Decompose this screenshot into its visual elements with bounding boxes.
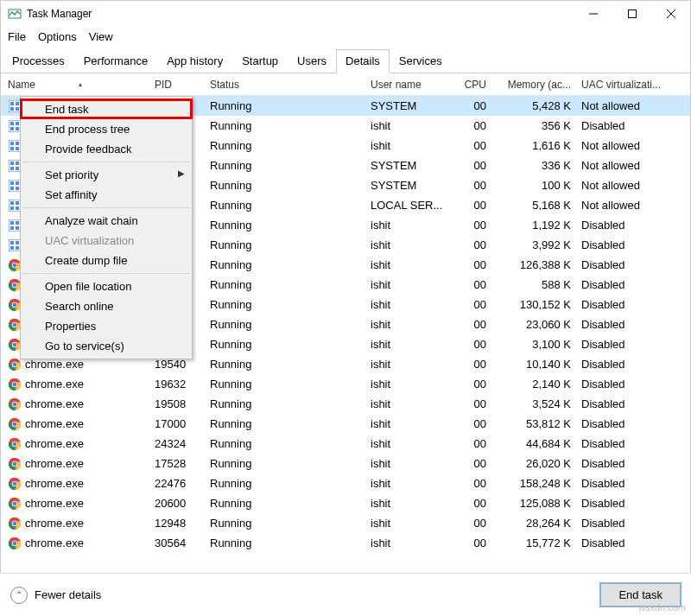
tab-processes[interactable]: Processes bbox=[3, 49, 74, 73]
svg-point-65 bbox=[13, 382, 17, 386]
minimize-button[interactable] bbox=[574, 1, 612, 27]
close-button[interactable] bbox=[651, 1, 690, 27]
header-memory[interactable]: Memory (ac... bbox=[491, 79, 576, 91]
tab-performance[interactable]: Performance bbox=[74, 49, 157, 73]
ctx-set-priority[interactable]: Set priority▶ bbox=[21, 165, 192, 185]
svg-point-62 bbox=[13, 362, 17, 366]
cell-uac: Disabled bbox=[576, 219, 671, 232]
cell-cpu: 00 bbox=[457, 99, 491, 112]
header-name[interactable]: Name▴ bbox=[3, 79, 149, 91]
cell-pid: 30564 bbox=[149, 537, 205, 549]
cell-pid: 20600 bbox=[149, 497, 205, 510]
cell-pid: 22476 bbox=[149, 477, 205, 490]
svg-rect-31 bbox=[10, 201, 14, 205]
chrome-icon bbox=[8, 537, 22, 550]
svg-point-53 bbox=[13, 302, 17, 307]
svg-rect-36 bbox=[10, 221, 14, 225]
ctx-properties[interactable]: Properties bbox=[21, 316, 192, 336]
cell-status: Running bbox=[205, 99, 365, 112]
cell-user: ishit bbox=[365, 238, 457, 251]
svg-point-74 bbox=[13, 441, 17, 446]
process-name: chrome.exe bbox=[25, 358, 84, 371]
sort-asc-icon: ▴ bbox=[79, 80, 82, 88]
tab-services[interactable]: Services bbox=[390, 49, 452, 73]
svg-rect-11 bbox=[10, 122, 14, 125]
cell-memory: 126,388 K bbox=[491, 258, 576, 271]
ctx-end-task[interactable]: End task bbox=[21, 99, 192, 119]
fewer-details-toggle[interactable]: ⌃ Fewer details bbox=[10, 587, 101, 604]
cell-user: ishit bbox=[365, 497, 457, 510]
cell-uac: Not allowed bbox=[576, 139, 671, 152]
watermark: wsxdn.com bbox=[638, 602, 686, 613]
cell-cpu: 00 bbox=[457, 537, 491, 549]
table-row[interactable]: chrome.exe20600Runningishit00125,088 KDi… bbox=[1, 493, 690, 513]
cell-cpu: 00 bbox=[457, 159, 491, 172]
svg-rect-38 bbox=[10, 226, 14, 230]
svg-point-68 bbox=[13, 402, 17, 406]
ctx-set-affinity[interactable]: Set affinity bbox=[21, 185, 192, 205]
svg-rect-17 bbox=[16, 142, 19, 145]
menu-options[interactable]: Options bbox=[38, 30, 77, 43]
header-status[interactable]: Status bbox=[205, 79, 365, 91]
ctx-end-process-tree[interactable]: End process tree bbox=[21, 119, 192, 139]
context-menu: End task End process tree Provide feedba… bbox=[20, 96, 193, 359]
svg-rect-6 bbox=[10, 102, 14, 105]
table-row[interactable]: chrome.exe17000Runningishit0053,812 KDis… bbox=[1, 414, 690, 434]
header-user-name[interactable]: User name bbox=[365, 79, 457, 91]
cell-cpu: 00 bbox=[457, 258, 491, 271]
svg-point-89 bbox=[13, 541, 17, 545]
cell-user: LOCAL SER... bbox=[365, 199, 457, 212]
ctx-create-dump-file[interactable]: Create dump file bbox=[21, 251, 192, 270]
header-uac[interactable]: UAC virtualizati... bbox=[576, 79, 671, 91]
tab-startup[interactable]: Startup bbox=[232, 49, 288, 73]
cell-memory: 3,524 K bbox=[491, 397, 576, 410]
svg-rect-2 bbox=[628, 10, 636, 18]
cell-pid: 19632 bbox=[149, 378, 205, 391]
maximize-button[interactable] bbox=[612, 1, 651, 27]
cell-cpu: 00 bbox=[457, 378, 491, 391]
process-list[interactable]: End task End process tree Provide feedba… bbox=[1, 96, 690, 553]
cell-user: SYSTEM bbox=[365, 99, 457, 112]
cell-uac: Disabled bbox=[576, 338, 671, 351]
cell-cpu: 00 bbox=[457, 318, 491, 331]
header-pid[interactable]: PID bbox=[149, 79, 205, 91]
svg-point-59 bbox=[13, 342, 17, 346]
tab-strip: Processes Performance App history Startu… bbox=[1, 48, 690, 73]
cell-pid: 19540 bbox=[149, 358, 205, 371]
table-row[interactable]: chrome.exe19632Runningishit002,140 KDisa… bbox=[1, 374, 690, 394]
table-row[interactable]: chrome.exe19508Runningishit003,524 KDisa… bbox=[1, 394, 690, 414]
ctx-analyze-wait-chain[interactable]: Analyze wait chain bbox=[21, 211, 192, 231]
tab-details[interactable]: Details bbox=[336, 49, 390, 73]
table-row[interactable]: chrome.exe12948Runningishit0028,264 KDis… bbox=[1, 513, 690, 533]
cell-uac: Disabled bbox=[576, 378, 671, 391]
cell-uac: Disabled bbox=[576, 537, 671, 549]
cell-user: ishit bbox=[365, 537, 457, 549]
ctx-search-online[interactable]: Search online bbox=[21, 296, 192, 316]
cell-user: ishit bbox=[365, 318, 457, 331]
menu-view[interactable]: View bbox=[89, 30, 113, 43]
cell-cpu: 00 bbox=[457, 437, 491, 450]
cell-status: Running bbox=[205, 159, 365, 172]
cell-memory: 100 K bbox=[491, 179, 576, 192]
cell-cpu: 00 bbox=[457, 338, 491, 351]
table-row[interactable]: chrome.exe30564Runningishit0015,772 KDis… bbox=[1, 533, 690, 553]
cell-memory: 2,140 K bbox=[491, 378, 576, 391]
cell-status: Running bbox=[205, 179, 365, 192]
process-name: chrome.exe bbox=[25, 437, 84, 450]
table-row[interactable]: chrome.exe24324Runningishit0044,684 KDis… bbox=[1, 434, 690, 454]
chevron-right-icon: ▶ bbox=[178, 168, 185, 178]
process-name: chrome.exe bbox=[25, 477, 84, 490]
cell-uac: Not allowed bbox=[576, 179, 671, 192]
tab-app-history[interactable]: App history bbox=[157, 49, 232, 73]
cell-memory: 10,140 K bbox=[491, 358, 576, 371]
cell-status: Running bbox=[205, 278, 365, 291]
ctx-open-file-location[interactable]: Open file location bbox=[21, 276, 192, 296]
table-row[interactable]: chrome.exe22476Runningishit00158,248 KDi… bbox=[1, 473, 690, 493]
table-row[interactable]: chrome.exe17528Runningishit0026,020 KDis… bbox=[1, 454, 690, 473]
tab-users[interactable]: Users bbox=[288, 49, 336, 73]
header-cpu[interactable]: CPU bbox=[457, 79, 491, 91]
ctx-provide-feedback[interactable]: Provide feedback bbox=[21, 139, 192, 159]
menu-file[interactable]: File bbox=[8, 30, 26, 43]
cell-uac: Disabled bbox=[576, 477, 671, 490]
ctx-go-to-services[interactable]: Go to service(s) bbox=[21, 336, 192, 356]
